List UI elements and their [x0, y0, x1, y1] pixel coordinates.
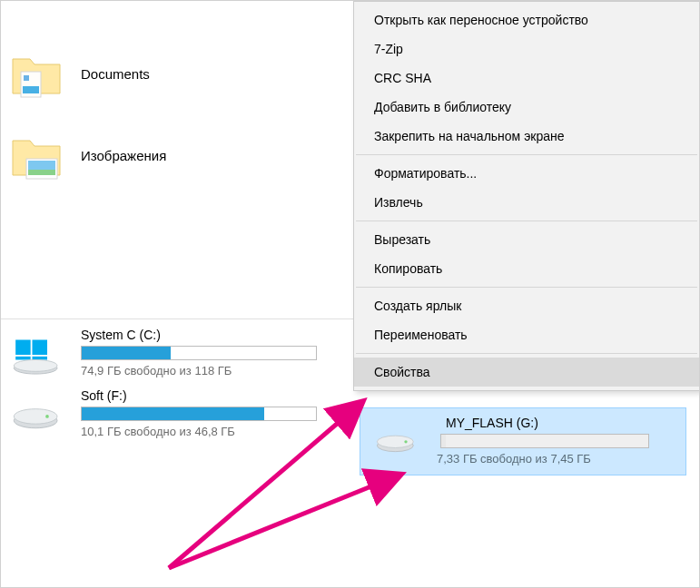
menu-item-7zip[interactable]: 7-Zip — [354, 34, 699, 64]
folder-item-pictures[interactable]: Изображения — [10, 128, 337, 182]
flash-drive-icon — [370, 419, 424, 463]
svg-point-17 — [404, 440, 407, 443]
documents-folder-icon — [10, 46, 64, 101]
svg-rect-9 — [33, 357, 48, 360]
menu-item-eject[interactable]: Извлечь — [354, 188, 699, 217]
svg-point-11 — [14, 360, 57, 372]
drive-usage-fill — [441, 435, 446, 447]
svg-rect-2 — [23, 86, 39, 93]
context-menu: Открыть как переносное устройство 7-Zip … — [353, 1, 700, 391]
menu-separator — [356, 287, 697, 288]
svg-rect-5 — [28, 170, 55, 175]
menu-separator — [356, 154, 697, 155]
drive-usage-bar — [81, 407, 317, 421]
folder-label: Documents — [81, 66, 150, 82]
menu-separator — [356, 220, 697, 221]
system-drive-icon — [10, 333, 64, 377]
drive-usage-bar — [440, 434, 649, 448]
explorer-panel: Documents Изображения — [1, 1, 699, 587]
menu-item-rename[interactable]: Переименовать — [354, 320, 699, 349]
drive-info: MY_FLASH (G:) 7,33 ГБ свободно из 7,45 Г… — [440, 416, 676, 466]
hdd-drive-icon — [10, 394, 64, 437]
drive-name: MY_FLASH (G:) — [446, 416, 676, 430]
menu-item-open-portable[interactable]: Открыть как переносное устройство — [354, 5, 699, 34]
drive-status: 7,33 ГБ свободно из 7,45 ГБ — [437, 452, 676, 466]
drive-usage-bar — [81, 346, 317, 360]
folder-label: Изображения — [81, 148, 166, 163]
menu-item-format[interactable]: Форматировать... — [354, 159, 699, 188]
menu-item-pin-to-start[interactable]: Закрепить на начальном экране — [354, 122, 699, 151]
section-divider — [1, 318, 355, 319]
svg-point-16 — [377, 436, 413, 447]
svg-rect-1 — [24, 75, 29, 81]
svg-rect-7 — [33, 340, 48, 356]
drive-item-my-flash-selected[interactable]: MY_FLASH (G:) 7,33 ГБ свободно из 7,45 Г… — [360, 407, 686, 475]
menu-item-copy[interactable]: Копировать — [354, 254, 699, 283]
menu-separator — [356, 353, 697, 354]
folder-item-documents[interactable]: Documents — [10, 46, 337, 101]
pictures-folder-icon — [10, 128, 64, 182]
svg-point-14 — [45, 415, 49, 418]
svg-line-19 — [169, 475, 400, 568]
menu-item-properties[interactable]: Свойства — [354, 358, 699, 387]
folders-area: Documents Изображения — [10, 46, 337, 210]
drive-usage-fill — [82, 407, 264, 420]
menu-item-cut[interactable]: Вырезать — [354, 225, 699, 254]
svg-rect-8 — [15, 357, 30, 360]
svg-rect-6 — [15, 340, 30, 356]
menu-item-add-to-library[interactable]: Добавить в библиотеку — [354, 93, 699, 122]
menu-item-create-shortcut[interactable]: Создать ярлык — [354, 291, 699, 320]
svg-point-13 — [14, 409, 57, 425]
menu-item-crc-sha[interactable]: CRC SHA — [354, 64, 699, 93]
drive-usage-fill — [82, 347, 171, 359]
